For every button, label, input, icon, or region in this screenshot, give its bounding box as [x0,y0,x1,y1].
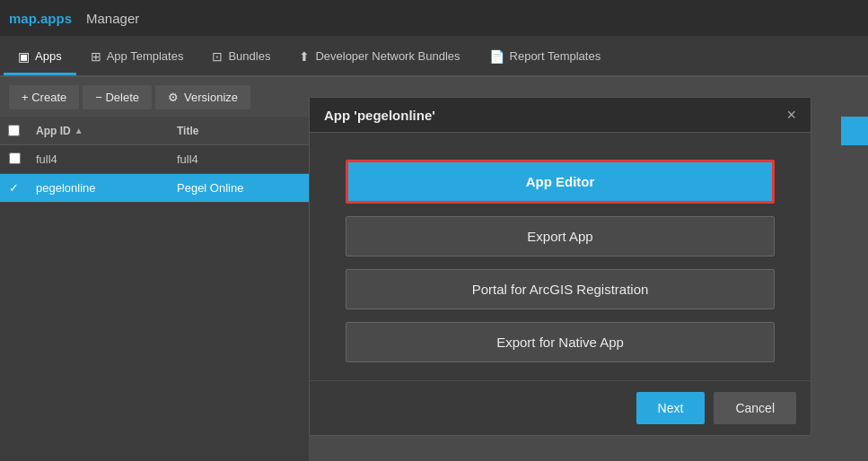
app-templates-icon: ⊞ [91,49,101,64]
row1-appid: full4 [27,152,168,166]
tab-developer-network-bundles-label: Developer Network Bundles [315,49,460,63]
tab-apps[interactable]: ▣ Apps [4,39,76,75]
apps-icon: ▣ [18,49,30,64]
tab-bundles[interactable]: ⊡ Bundles [197,39,285,75]
export-native-button[interactable]: Export for Native App [346,322,775,362]
modal-title: App 'pegelonline' [324,108,435,123]
sort-arrow-icon: ▲ [75,126,83,135]
delete-label: − Delete [95,91,139,104]
bundles-icon: ⊡ [212,49,223,64]
app-editor-button[interactable]: App Editor [346,160,775,204]
row2-checkbox[interactable]: ✓ [0,181,27,195]
selected-indicator [841,117,868,145]
top-bar: map.apps Manager [0,0,868,36]
th-checkbox [0,125,27,136]
table-row-selected[interactable]: ✓ pegelonline Pegel Online [0,174,309,203]
table-header: App ID ▲ Title [0,117,309,145]
portal-arcgis-button[interactable]: Portal for ArcGIS Registration [346,269,775,309]
versionize-icon: ⚙ [168,91,179,104]
th-title[interactable]: Title [168,125,309,137]
th-appid-label: App ID [36,125,71,137]
next-button[interactable]: Next [636,392,706,424]
report-templates-icon: 📄 [489,49,504,64]
tab-app-templates-label: App Templates [107,49,184,63]
tab-app-templates[interactable]: ⊞ App Templates [76,39,198,75]
tab-apps-label: Apps [35,49,62,63]
tab-bundles-label: Bundles [228,49,270,63]
checkmark-icon: ✓ [9,181,19,195]
modal-dialog: App 'pegelonline' × App Editor Export Ap… [309,97,811,436]
tab-developer-network-bundles[interactable]: ⬆ Developer Network Bundles [285,39,474,75]
row1-title: full4 [168,152,309,166]
modal-body: App Editor Export App Portal for ArcGIS … [310,133,811,380]
modal-close-button[interactable]: × [786,107,796,123]
select-all-checkbox[interactable] [8,125,20,136]
modal-footer: Next Cancel [310,380,811,435]
tab-report-templates-label: Report Templates [510,49,601,63]
row1-checkbox[interactable] [0,152,27,167]
th-title-label: Title [177,125,198,137]
table-row[interactable]: full4 full4 [0,145,309,174]
cancel-button[interactable]: Cancel [714,392,796,424]
nav-tabs: ▣ Apps ⊞ App Templates ⊡ Bundles ⬆ Devel… [0,36,868,77]
dev-bundles-icon: ⬆ [299,49,310,64]
create-label: + Create [22,91,66,104]
brand-label: map.apps [9,11,72,26]
row2-title: Pegel Online [168,181,309,195]
delete-button[interactable]: − Delete [83,85,152,109]
modal-header: App 'pegelonline' × [310,98,811,133]
versionize-button[interactable]: ⚙ Versionize [155,85,250,109]
table-area: App ID ▲ Title full4 full4 ✓ pegelonline… [0,117,309,461]
app-title: Manager [86,11,139,26]
row2-appid: pegelonline [27,181,168,195]
th-appid[interactable]: App ID ▲ [27,125,168,137]
tab-report-templates[interactable]: 📄 Report Templates [475,39,616,75]
export-app-button[interactable]: Export App [346,216,775,257]
create-button[interactable]: + Create [9,85,79,109]
versionize-label: Versionize [184,91,238,104]
